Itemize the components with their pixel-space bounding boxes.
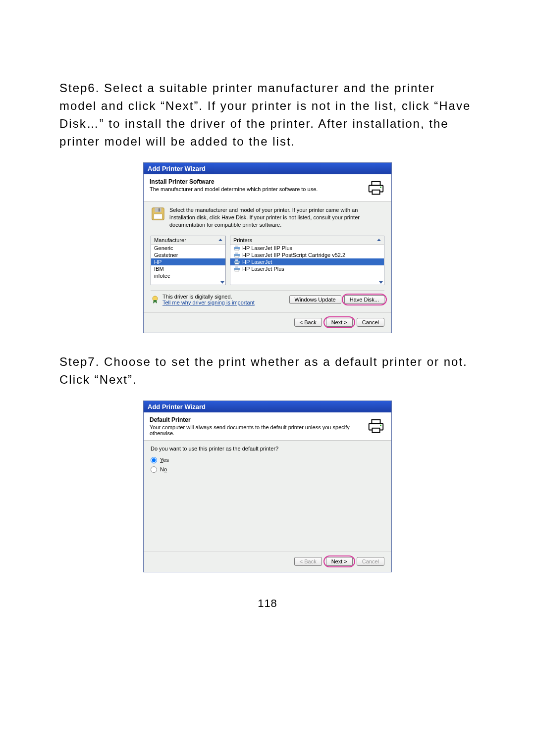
printer-item-label: HP LaserJet IIP PostScript Cartridge v52… <box>242 252 345 258</box>
svg-rect-22 <box>372 419 380 423</box>
printer-item-label: HP LaserJet <box>242 259 272 265</box>
scroll-down-icon[interactable] <box>220 281 224 284</box>
driver-signing-link[interactable]: Tell me why driver signing is important <box>162 300 255 305</box>
printer-icon <box>367 416 385 435</box>
svg-point-24 <box>380 424 381 426</box>
next-button[interactable]: Next > <box>326 557 353 566</box>
svg-rect-15 <box>235 259 238 261</box>
printer-item-icon <box>233 266 240 272</box>
windows-update-button[interactable]: Windows Update <box>289 295 341 304</box>
list-item[interactable]: HP <box>151 258 225 265</box>
wizard-header: Install Printer Software The manufacture… <box>144 174 391 202</box>
printers-listbox[interactable]: Printers HP LaserJet IIP Plus HP LaserJe… <box>230 236 384 285</box>
step7-paragraph: Step7. Choose to set the print whether a… <box>59 353 476 389</box>
signed-badge-icon <box>151 295 160 304</box>
svg-rect-16 <box>235 263 239 264</box>
printers-label: Printers <box>233 237 252 243</box>
wizard-header-subtitle: Your computer will always send documents… <box>150 424 363 436</box>
list-item[interactable]: HP LaserJet IIP PostScript Cartridge v52… <box>230 252 384 258</box>
svg-rect-23 <box>372 428 379 432</box>
list-item[interactable]: IBM <box>151 265 225 272</box>
svg-rect-12 <box>235 252 238 254</box>
radio-yes-input[interactable] <box>151 457 157 463</box>
svg-point-3 <box>380 187 381 188</box>
default-printer-dialog: Add Printer Wizard Default Printer Your … <box>143 401 392 572</box>
back-button: < Back <box>294 557 322 566</box>
printer-item-icon <box>233 252 240 258</box>
printer-item-label: HP LaserJet Plus <box>242 266 284 272</box>
step6-paragraph: Step6. Select a suitable printer manufac… <box>59 79 476 151</box>
svg-rect-1 <box>372 182 380 186</box>
manufacturer-listbox[interactable]: Manufacturer Generic Gestetner HP IBM in… <box>151 236 226 285</box>
wizard-header-title: Install Printer Software <box>150 178 363 185</box>
svg-rect-19 <box>235 270 239 271</box>
wizard-header-subtitle: The manufacturer and model determine whi… <box>150 186 363 192</box>
list-item[interactable]: HP LaserJet IIP Plus <box>230 245 384 252</box>
radio-yes[interactable]: Yes <box>151 455 384 465</box>
driver-signed-text: This driver is digitally signed. <box>162 294 255 300</box>
page-number: 118 <box>59 597 476 610</box>
wizard-info-text: Select the manufacturer and model of you… <box>169 206 384 229</box>
dialog-titlebar: Add Printer Wizard <box>144 163 391 174</box>
scroll-up-icon[interactable] <box>218 239 222 241</box>
back-button[interactable]: < Back <box>294 318 322 327</box>
radio-yes-label: es <box>163 457 169 463</box>
add-printer-wizard-dialog: Add Printer Wizard Install Printer Softw… <box>143 162 392 333</box>
printer-icon <box>367 178 385 197</box>
dialog-titlebar: Add Printer Wizard <box>144 401 391 412</box>
svg-rect-10 <box>235 249 239 251</box>
printer-item-label: HP LaserJet IIP Plus <box>242 245 292 251</box>
default-printer-question: Do you want to use this printer as the d… <box>151 446 384 452</box>
cancel-button[interactable]: Cancel <box>357 318 384 327</box>
list-item[interactable]: Gestetner <box>151 252 225 258</box>
printer-item-icon <box>233 245 240 251</box>
printer-item-icon <box>233 259 240 265</box>
list-item[interactable]: Generic <box>151 245 225 252</box>
next-button[interactable]: Next > <box>326 318 353 327</box>
floppy-disk-icon <box>151 206 165 221</box>
svg-rect-6 <box>159 208 160 212</box>
cancel-button: Cancel <box>357 557 384 566</box>
scroll-down-icon[interactable] <box>379 281 383 284</box>
scroll-up-icon[interactable] <box>377 239 381 241</box>
radio-no-input[interactable] <box>151 466 157 473</box>
svg-rect-7 <box>154 214 162 219</box>
have-disk-button[interactable]: Have Disk... <box>344 295 384 304</box>
svg-rect-9 <box>235 246 238 247</box>
radio-no[interactable]: No <box>151 465 384 474</box>
svg-rect-2 <box>372 190 379 195</box>
list-item[interactable]: infotec <box>151 272 225 279</box>
svg-rect-18 <box>235 266 238 268</box>
manufacturer-label: Manufacturer <box>154 237 186 243</box>
wizard-header-title: Default Printer <box>150 416 363 423</box>
list-item[interactable]: HP LaserJet Plus <box>230 265 384 272</box>
svg-rect-5 <box>155 208 161 212</box>
list-item[interactable]: HP LaserJet <box>230 258 384 265</box>
svg-rect-13 <box>235 256 239 257</box>
wizard-header: Default Printer Your computer will alway… <box>144 412 391 441</box>
